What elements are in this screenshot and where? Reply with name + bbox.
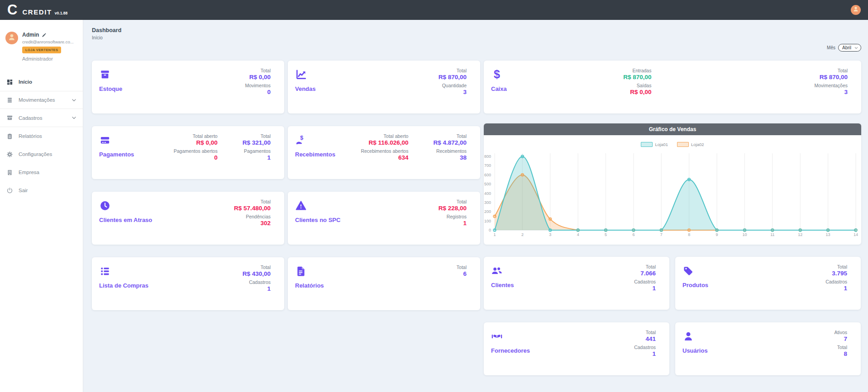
pencil-icon[interactable]	[42, 33, 47, 38]
card-stats: TotalR$ 228,00Registros1	[439, 198, 473, 238]
sidebar-item-label: Início	[19, 79, 32, 85]
card-title[interactable]: Recebimentos	[295, 151, 335, 158]
stat-value: R$ 57.480,00	[234, 205, 271, 212]
sidebar-item-cadastros[interactable]: Cadastros	[0, 109, 83, 127]
building-icon	[6, 169, 13, 176]
chevron-down-icon	[71, 115, 77, 121]
stat-column: TotalR$ 321,00Pagamentos1	[243, 132, 271, 173]
legend-swatch	[641, 142, 653, 147]
sidebar-item-label: Sair	[19, 188, 28, 193]
card-title[interactable]: Clientes	[491, 282, 514, 288]
tag-icon	[682, 265, 694, 277]
card-clientes-no-spc[interactable]: Clientes no SPCTotalR$ 228,00Registros1	[288, 192, 480, 245]
card-title[interactable]: Usuários	[682, 347, 708, 354]
svg-text:10: 10	[742, 232, 747, 237]
legend-label: Loja01	[655, 142, 668, 147]
card-title[interactable]: Lista de Compras	[99, 282, 148, 289]
left-card-grid: EstoqueTotalR$ 0,00Movimentos0VendasTota…	[92, 61, 480, 375]
card-title[interactable]: Clientes no SPC	[295, 217, 340, 223]
sidebar-item-inicio[interactable]: Início	[0, 73, 83, 91]
stat-label: Ativos	[834, 330, 847, 335]
avatar[interactable]	[5, 32, 18, 44]
card-recebimentos[interactable]: $RecebimentosTotal abertoR$ 116.026,00Re…	[288, 126, 480, 179]
svg-text:6: 6	[632, 232, 634, 237]
sidebar-item-configuracoes[interactable]: Configurações	[0, 145, 83, 163]
clipboard-icon	[6, 133, 13, 140]
card-usuarios[interactable]: UsuáriosAtivos7Total8	[675, 322, 861, 375]
breadcrumb: Início	[92, 35, 861, 40]
sidebar-item-relatorios[interactable]: Relatórios	[0, 127, 83, 145]
card-clientes-em-atraso[interactable]: Clientes em AtrasoTotalR$ 57.480,00Pendê…	[92, 192, 284, 245]
card-title[interactable]: Pagamentos	[99, 151, 134, 158]
app-name: CREDIT	[22, 8, 52, 16]
person-icon	[8, 33, 16, 43]
user-role: Administrador	[22, 56, 74, 61]
stat-value: 302	[260, 220, 271, 227]
card-stats: Ativos7Total8	[834, 329, 854, 369]
card-lista-de-compras[interactable]: Lista de ComprasTotalR$ 430,00Cadastros1	[92, 257, 284, 310]
card-stats: Total abertoR$ 116.026,00Recebimentos ab…	[361, 132, 473, 173]
user-panel: Admin credit@anronsoftware.co... LOJA VE…	[0, 20, 83, 61]
power-icon	[6, 187, 13, 194]
stat-value: R$ 0,00	[196, 139, 217, 146]
month-select[interactable]: Abril	[838, 44, 861, 52]
legend-item-loja01[interactable]: Loja01	[641, 142, 668, 147]
logo-letter: C	[7, 0, 17, 20]
sidebar-item-sair[interactable]: Sair	[0, 181, 83, 199]
svg-text:200: 200	[484, 209, 491, 214]
stat-value: R$ 870,00	[623, 74, 651, 80]
stat-label: Cadastros	[825, 279, 847, 284]
card-fornecedores[interactable]: FornecedoresTotal441Cadastros1	[484, 322, 669, 375]
stat-value: 3	[844, 89, 848, 95]
users-icon	[491, 265, 503, 277]
stat-label: Pagamentos	[244, 148, 271, 154]
sidebar-item-empresa[interactable]: Empresa	[0, 163, 83, 181]
card-stats: TotalR$ 0,00Movimentos0	[245, 67, 277, 107]
card-stats: Total441Cadastros1	[634, 329, 662, 369]
stat-label: Total	[457, 199, 467, 204]
stat-label: Registros	[447, 214, 467, 219]
card-relatorios[interactable]: RelatóriosTotal6	[288, 257, 480, 310]
card-caixa[interactable]: $CaixaEntradasR$ 870,00SaídasR$ 0,00Tota…	[484, 61, 861, 113]
legend-item-loja02[interactable]: Loja02	[677, 142, 704, 147]
card-vendas[interactable]: VendasTotalR$ 870,00Quantidade3	[288, 61, 480, 113]
svg-text:100: 100	[484, 219, 491, 223]
legend-label: Loja02	[691, 142, 704, 147]
card-title[interactable]: Caixa	[491, 85, 507, 92]
stat-column: EntradasR$ 870,00SaídasR$ 0,00	[623, 67, 651, 107]
legend-swatch	[677, 142, 689, 147]
stat-value: R$ 0,00	[630, 89, 651, 95]
card-title[interactable]: Estoque	[99, 85, 122, 92]
main-content: Dashboard Início Mês Abril EstoqueTotalR…	[83, 20, 868, 392]
topbar-user-avatar[interactable]	[851, 5, 861, 15]
card-pagamentos[interactable]: PagamentosTotal abertoR$ 0,00Pagamentos …	[92, 126, 284, 179]
stat-label: Saídas	[637, 83, 652, 88]
card-estoque[interactable]: EstoqueTotalR$ 0,00Movimentos0	[92, 61, 284, 113]
stat-label: Total aberto	[384, 133, 409, 139]
app-logo[interactable]: C CREDIT v0.1.88	[7, 0, 67, 20]
sidebar-item-label: Configurações	[19, 151, 52, 157]
svg-text:9: 9	[716, 232, 718, 237]
stat-value: 1	[267, 154, 271, 161]
sidebar-item-movimentacoes[interactable]: Movimentações	[0, 91, 83, 109]
stat-column: Total7.066Cadastros1	[634, 263, 656, 303]
chart-title: Gráfico de Vendas	[484, 123, 861, 135]
list-icon	[99, 265, 111, 277]
card-produtos[interactable]: ProdutosTotal3.795Cadastros1	[675, 257, 861, 310]
card-title[interactable]: Fornecedores	[491, 347, 530, 354]
svg-text:7: 7	[660, 232, 663, 237]
month-label: Mês	[827, 45, 835, 50]
card-clientes[interactable]: ClientesTotal7.066Cadastros1	[484, 257, 669, 310]
stat-column: Total abertoR$ 0,00Pagamentos abertos0	[174, 132, 218, 173]
page-title: Dashboard	[92, 27, 861, 33]
card-title[interactable]: Clientes em Atraso	[99, 217, 152, 223]
card-title[interactable]: Relatórios	[295, 282, 324, 289]
card-stats: TotalR$ 430,00Cadastros1	[243, 264, 277, 304]
stat-value: R$ 4.872,00	[433, 139, 467, 146]
sidebar: Admin credit@anronsoftware.co... LOJA VE…	[0, 20, 83, 392]
svg-text:14: 14	[854, 232, 858, 237]
card-title[interactable]: Vendas	[295, 85, 316, 92]
sidebar-item-label: Relatórios	[19, 133, 42, 139]
dollar-icon: $	[491, 69, 503, 80]
card-title[interactable]: Produtos	[682, 282, 708, 288]
